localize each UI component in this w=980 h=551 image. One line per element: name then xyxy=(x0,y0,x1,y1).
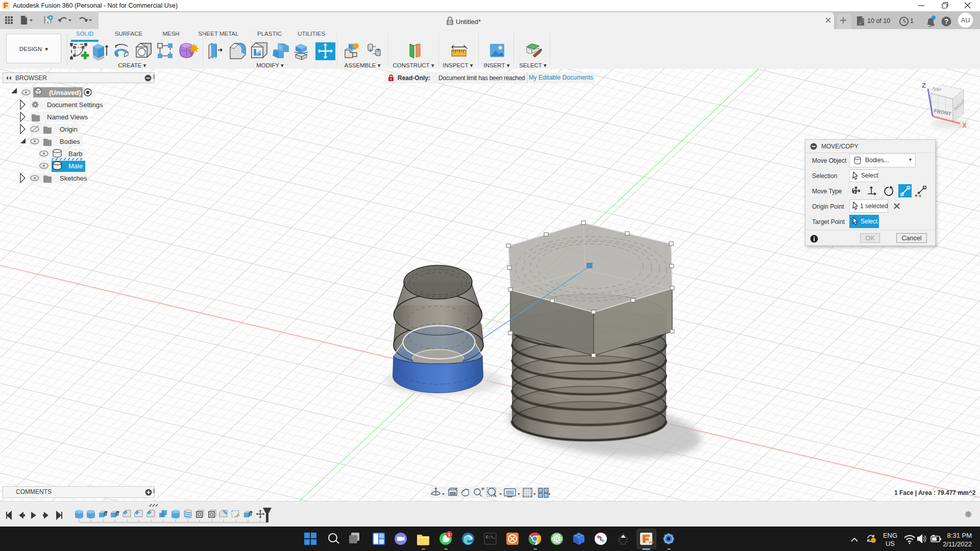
svg-text:Z: Z xyxy=(922,82,926,89)
svg-text:Document Settings: Document Settings xyxy=(47,101,103,109)
svg-text:Barb: Barb xyxy=(68,150,82,158)
svg-text:C:\_: C:\_ xyxy=(486,535,496,539)
svg-text:2/11/2022: 2/11/2022 xyxy=(943,540,972,548)
svg-text:?: ? xyxy=(944,17,949,26)
svg-text:Bodies: Bodies xyxy=(60,138,80,145)
svg-text:8:31 PM: 8:31 PM xyxy=(947,532,972,539)
svg-text:1: 1 xyxy=(448,532,451,537)
svg-text:Male: Male xyxy=(68,162,83,170)
svg-text:Named Views: Named Views xyxy=(47,113,88,121)
svg-text:Sketches: Sketches xyxy=(60,174,87,182)
svg-text:360: 360 xyxy=(649,541,654,544)
svg-text:Origin: Origin xyxy=(60,126,78,133)
svg-text:(Unsaved): (Unsaved) xyxy=(49,89,81,96)
svg-text:ENG: ENG xyxy=(883,532,897,539)
svg-text:X: X xyxy=(962,121,967,129)
svg-text:US: US xyxy=(886,540,895,547)
